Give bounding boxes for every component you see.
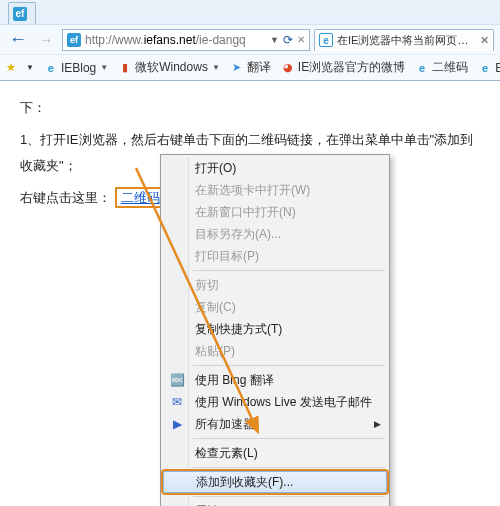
- ctx-cut[interactable]: 剪切: [163, 274, 387, 296]
- fav-label: 微软Windows: [135, 59, 208, 76]
- tab-2-close-icon[interactable]: ✕: [480, 34, 489, 47]
- fav-item-weibo[interactable]: ◕ IE浏览器官方的微博: [281, 59, 405, 76]
- ctx-add-to-favorites[interactable]: 添加到收藏夹(F)...: [163, 471, 387, 493]
- ctx-separator: [193, 270, 385, 271]
- ctx-separator: [193, 467, 385, 468]
- address-dropdown-icon[interactable]: ▼: [270, 35, 279, 45]
- page-line-0: 下：: [20, 95, 480, 121]
- ctx-separator: [193, 496, 385, 497]
- fav-item-mswindows[interactable]: ▮ 微软Windows ▼: [118, 59, 220, 76]
- fav-label: 翻译: [247, 59, 271, 76]
- ctx-save-target-as[interactable]: 目标另存为(A)...: [163, 223, 387, 245]
- ctx-paste[interactable]: 粘贴(P): [163, 340, 387, 362]
- fav-label: 二维码: [432, 59, 468, 76]
- ctx-copy[interactable]: 复制(C): [163, 296, 387, 318]
- ctx-open[interactable]: 打开(O): [163, 157, 387, 179]
- fav-item-brooksville[interactable]: e Brooksville C: [478, 61, 500, 75]
- address-favicon: ef: [67, 33, 81, 47]
- favorites-bar: ★ ▼ e IEBlog ▼ ▮ 微软Windows ▼ ➤ 翻译 ◕ IE浏览…: [0, 54, 500, 80]
- accelerator-icon: ▶: [169, 417, 185, 431]
- qrcode-link[interactable]: 二维码: [115, 187, 166, 208]
- add-favorite-dropdown-icon[interactable]: ▼: [26, 63, 34, 72]
- fav-item-ieblog[interactable]: e IEBlog ▼: [44, 61, 108, 75]
- fav-icon-brooksville: e: [478, 61, 492, 75]
- fav-label: IEBlog: [61, 61, 96, 75]
- fav-item-qrcode[interactable]: e 二维码: [415, 59, 468, 76]
- refresh-button[interactable]: ⟳: [283, 33, 293, 47]
- ctx-windows-live-email[interactable]: ✉ 使用 Windows Live 发送电子邮件: [163, 391, 387, 413]
- add-favorite-icon[interactable]: ★: [6, 61, 16, 75]
- forward-icon: →: [39, 32, 53, 48]
- translate-icon: 🔤: [169, 373, 185, 387]
- ctx-open-new-tab[interactable]: 在新选项卡中打开(W): [163, 179, 387, 201]
- address-bar[interactable]: ef http://www.iefans.net/ie-dangq ▼ ⟳ ✕: [62, 29, 310, 51]
- tab-2-favicon: e: [319, 33, 333, 47]
- fav-icon-ieblog: e: [44, 61, 58, 75]
- ctx-separator: [193, 365, 385, 366]
- ctx-bing-translate[interactable]: 🔤 使用 Bing 翻译: [163, 369, 387, 391]
- fav-icon-qrcode: e: [415, 61, 429, 75]
- tab-bar: ef: [0, 0, 500, 24]
- stop-button[interactable]: ✕: [297, 34, 305, 45]
- back-button[interactable]: ←: [6, 28, 30, 52]
- back-icon: ←: [9, 29, 27, 50]
- tab-1-favicon: ef: [13, 7, 27, 21]
- ctx-inspect-element[interactable]: 检查元素(L): [163, 442, 387, 464]
- mail-icon: ✉: [169, 395, 185, 409]
- fav-icon-weibo: ◕: [281, 61, 295, 75]
- ctx-properties[interactable]: 属性(R): [163, 500, 387, 506]
- ctx-all-accelerators[interactable]: ▶ 所有加速器 ▶: [163, 413, 387, 435]
- tab-1[interactable]: ef: [8, 2, 36, 24]
- ctx-separator: [193, 438, 385, 439]
- fav-label: IE浏览器官方的微博: [298, 59, 405, 76]
- ctx-open-new-window[interactable]: 在新窗口中打开(N): [163, 201, 387, 223]
- fav-label: Brooksville C: [495, 61, 500, 75]
- fav-item-translate[interactable]: ➤ 翻译: [230, 59, 271, 76]
- forward-button[interactable]: →: [34, 28, 58, 52]
- nav-bar: ← → ef http://www.iefans.net/ie-dangq ▼ …: [0, 24, 500, 54]
- fav-icon-mswindows: ▮: [118, 61, 132, 75]
- browser-chrome: ef ← → ef http://www.iefans.net/ie-dangq…: [0, 0, 500, 81]
- submenu-arrow-icon: ▶: [374, 419, 381, 429]
- ctx-print-target[interactable]: 打印目标(P): [163, 245, 387, 267]
- ctx-copy-shortcut[interactable]: 复制快捷方式(T): [163, 318, 387, 340]
- fav-icon-translate: ➤: [230, 61, 244, 75]
- address-url: http://www.iefans.net/ie-dangq: [85, 33, 266, 47]
- context-menu: 打开(O) 在新选项卡中打开(W) 在新窗口中打开(N) 目标另存为(A)...…: [160, 154, 390, 506]
- tab-2[interactable]: e 在IE浏览器中将当前网页网... ✕: [314, 29, 494, 51]
- tab-2-title: 在IE浏览器中将当前网页网...: [337, 33, 476, 48]
